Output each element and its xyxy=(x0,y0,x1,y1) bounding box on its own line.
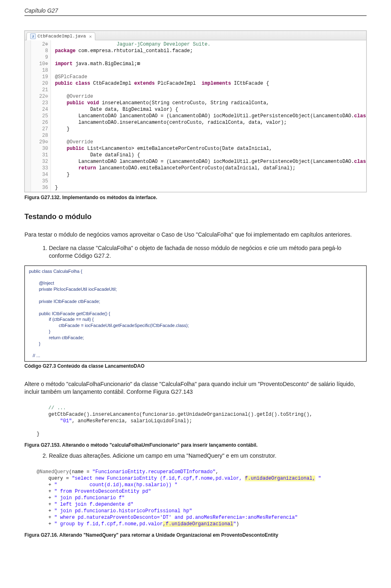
step-list: Realize duas alterações. Adicione um cam… xyxy=(24,452,367,460)
figure-caption: Figura G27.16. Alterando "NamedQuery" pa… xyxy=(24,532,367,538)
editor-tab[interactable]: J CtbFacadeImpl.java ✕ xyxy=(26,32,95,40)
figure-caption: Figura G27.153. Alterando o método "calc… xyxy=(24,442,367,448)
code-listing-caption: Código G27.3 Conteúdo da classe Lancamen… xyxy=(24,363,367,369)
content: J CtbFacadeImpl.java ✕ 2⊕8910⊕1819202122… xyxy=(0,18,391,558)
code-area: Jaguar-jCompany Developer Suite.package … xyxy=(51,40,366,192)
section-heading: Testando o módulo xyxy=(24,213,367,221)
code-snippet-figure: // ... getCtbFacade().insereLancamento(f… xyxy=(24,402,367,441)
code-listing-box: public class CalculaFolha { @Inject priv… xyxy=(24,265,367,362)
step-item: Declare na classe "CalculaFolha" o objet… xyxy=(49,244,367,260)
page-header: Capítulo G27 xyxy=(0,0,391,18)
tab-label: CtbFacadeImpl.java xyxy=(37,34,86,39)
editor-body: 2⊕8910⊕1819202122⊖23242526272829⊖3031323… xyxy=(25,40,366,192)
step-item: Realize duas alterações. Adicione um cam… xyxy=(49,452,367,460)
line-number-gutter: 2⊕8910⊕1819202122⊖23242526272829⊖3031323… xyxy=(31,40,51,192)
editor-tabbar: J CtbFacadeImpl.java ✕ xyxy=(25,31,366,40)
code-snippet-figure: @NamedQuery(name = "FuncionarioEntity.re… xyxy=(24,465,367,531)
step-list: Declare na classe "CalculaFolha" o objet… xyxy=(24,244,367,260)
chapter-title: Capítulo G27 xyxy=(24,7,58,14)
figure-caption: Figura G27.132. Implementando os métodos… xyxy=(24,195,367,200)
java-file-icon: J xyxy=(30,33,36,39)
paragraph: Altere o método "calculaFolhaFuncionario… xyxy=(24,380,367,396)
code-editor-figure: J CtbFacadeImpl.java ✕ 2⊕8910⊕1819202122… xyxy=(24,31,367,192)
editor-marker-ruler xyxy=(25,40,31,192)
header-rule xyxy=(24,15,367,16)
paragraph: Para testar o módulo de negócios vamos a… xyxy=(24,231,367,239)
close-icon[interactable]: ✕ xyxy=(88,34,92,39)
